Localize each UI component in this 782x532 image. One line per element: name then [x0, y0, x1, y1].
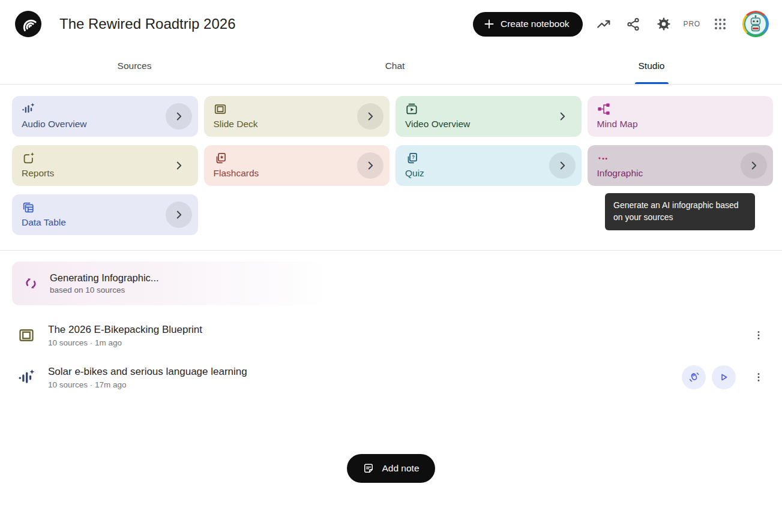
notebook-title[interactable]: The Rewired Roadtrip 2026 [59, 16, 236, 32]
tab-studio[interactable]: Studio [521, 48, 782, 84]
chevron-right-icon[interactable] [166, 152, 192, 179]
item-title: The 2026 E-Bikepacking Blueprint [48, 324, 202, 336]
ellipsis-loading-icon [597, 152, 610, 165]
card-star-icon [214, 152, 227, 165]
video-player-icon [405, 103, 418, 116]
active-tab-indicator [635, 82, 669, 84]
tab-sources-label: Sources [118, 61, 152, 71]
share-button[interactable] [621, 11, 646, 37]
card-question-icon: ? [405, 152, 418, 165]
note-icon [362, 462, 374, 474]
chevron-right-icon[interactable] [549, 103, 576, 130]
avatar-robot-image [744, 13, 767, 35]
create-notebook-button[interactable]: Create notebook [473, 12, 583, 37]
infographic-tooltip: Generate an AI infographic based on your… [605, 193, 755, 230]
sync-spinner-icon [24, 276, 38, 290]
tab-sources[interactable]: Sources [0, 48, 269, 84]
chevron-right-icon[interactable] [166, 103, 192, 130]
more-menu-button[interactable] [747, 365, 771, 389]
more-vertical-icon [753, 371, 765, 383]
tab-chat[interactable]: Chat [269, 48, 521, 84]
tab-studio-label: Studio [639, 61, 665, 71]
chevron-right-icon[interactable] [357, 152, 383, 179]
list-item-audio-overview[interactable]: Solar e-bikes and serious language learn… [12, 365, 773, 389]
audio-waveform-sparkle-icon [22, 103, 35, 116]
chevron-right-icon[interactable] [166, 202, 192, 228]
chevron-right-icon[interactable] [741, 152, 767, 179]
node-graph-icon [597, 103, 610, 116]
card-label: Data Table [22, 217, 188, 228]
interactive-mode-button[interactable] [682, 365, 706, 389]
apps-grid-icon [713, 17, 727, 31]
list-item-slide-deck[interactable]: The 2026 E-Bikepacking Blueprint 10 sour… [12, 323, 773, 347]
card-flashcards[interactable]: Flashcards [204, 145, 390, 186]
trending-up-icon [596, 16, 612, 32]
report-sparkle-icon [22, 152, 35, 165]
play-icon [718, 371, 730, 383]
card-label: Quiz [405, 168, 572, 179]
add-note-button[interactable]: Add note [347, 454, 435, 483]
notebooklm-logo[interactable] [15, 11, 41, 37]
table-grid-icon [22, 201, 35, 214]
notebooklm-studio-page: The Rewired Roadtrip 2026 Create noteboo… [0, 0, 782, 532]
panel-tabs: Sources Chat Studio [0, 48, 782, 85]
plus-icon [484, 19, 495, 29]
more-vertical-icon [753, 329, 765, 341]
header: The Rewired Roadtrip 2026 Create noteboo… [0, 0, 782, 48]
card-label: Video Overview [405, 119, 572, 130]
user-avatar[interactable] [742, 11, 769, 37]
card-label: Reports [22, 168, 188, 179]
card-slide-deck[interactable]: Slide Deck [204, 96, 390, 137]
pro-badge: PRO [684, 20, 700, 28]
card-audio-overview[interactable]: Audio Overview [12, 96, 198, 137]
interactive-mode-hand-icon [688, 371, 700, 384]
card-video-overview[interactable]: Video Overview [396, 96, 582, 137]
add-note-label: Add note [382, 463, 419, 474]
card-mind-map[interactable]: Mind Map [588, 96, 774, 137]
generating-title: Generating Infographic... [50, 272, 159, 284]
studio-output-list: Generating Infographic... based on 10 so… [0, 262, 782, 389]
audio-waveform-sparkle-icon [18, 369, 35, 386]
card-infographic[interactable]: Infographic [588, 145, 774, 186]
slide-frame-icon [18, 327, 35, 344]
chevron-right-icon[interactable] [549, 152, 576, 179]
item-meta: 10 sources · 1m ago [48, 338, 202, 347]
settings-button[interactable] [651, 11, 676, 37]
create-notebook-label: Create notebook [501, 19, 570, 29]
card-data-table[interactable]: Data Table [12, 194, 198, 235]
card-label: Audio Overview [22, 119, 188, 130]
chevron-right-icon[interactable] [357, 103, 383, 130]
settings-gear-icon [656, 16, 672, 32]
card-label: Mind Map [597, 119, 764, 130]
more-menu-button[interactable] [747, 323, 771, 347]
svg-text:?: ? [412, 155, 415, 160]
card-label: Flashcards [214, 168, 380, 179]
tab-chat-label: Chat [385, 61, 405, 71]
slide-frame-icon [214, 103, 227, 116]
section-divider [0, 250, 782, 251]
item-meta: 10 sources · 17m ago [48, 380, 247, 389]
item-title: Solar e-bikes and serious language learn… [48, 366, 247, 378]
card-reports[interactable]: Reports [12, 145, 198, 186]
share-icon [626, 17, 641, 32]
generating-infographic-row[interactable]: Generating Infographic... based on 10 so… [12, 262, 328, 305]
generating-subtitle: based on 10 sources [50, 285, 159, 294]
play-button[interactable] [712, 365, 736, 389]
card-label: Infographic [597, 168, 764, 179]
google-apps-button[interactable] [708, 11, 733, 37]
analytics-button[interactable] [591, 11, 616, 37]
card-label: Slide Deck [214, 119, 380, 130]
card-quiz[interactable]: ? Quiz [396, 145, 582, 186]
